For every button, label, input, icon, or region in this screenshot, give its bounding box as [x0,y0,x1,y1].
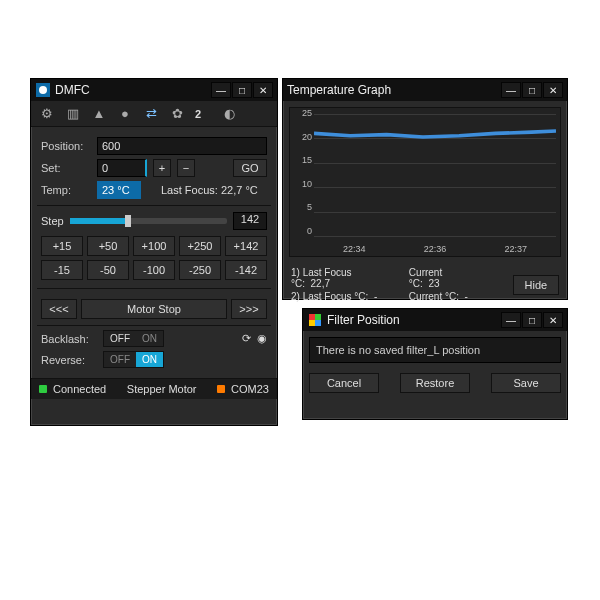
settings-icon[interactable]: ⚙ [39,106,55,122]
app-icon [35,82,51,98]
backlash-label: Backlash: [41,333,97,345]
close-button[interactable]: ✕ [253,82,273,98]
step-btn[interactable]: -142 [225,260,267,280]
temperature-chart: 25 20 15 10 5 0 22:34 22:36 22:37 [289,107,561,257]
circle-icon[interactable]: ● [117,106,133,122]
x-tick: 22:37 [504,244,527,254]
set-label: Set: [41,162,91,174]
svg-rect-3 [315,314,321,320]
step-btn[interactable]: +100 [133,236,175,256]
step-btn[interactable]: +50 [87,236,129,256]
status-bar: Connected Stepper Motor COM23 [31,378,277,399]
bell-icon[interactable]: ◉ [257,332,267,345]
titlebar: DMFC — □ ✕ [31,79,277,101]
temp-value: 23 °C [97,181,141,199]
y-tick: 5 [292,202,312,212]
window-title: Filter Position [327,313,400,327]
titlebar: Filter Position — □ ✕ [303,309,567,331]
go-button[interactable]: GO [233,159,267,177]
step-value: 142 [233,212,267,230]
titlebar: Temperature Graph — □ ✕ [283,79,567,101]
maximize-button[interactable]: □ [232,82,252,98]
motor-prev-button[interactable]: <<< [41,299,77,319]
svg-rect-5 [315,320,321,326]
status-port: COM23 [231,383,269,395]
y-tick: 0 [292,226,312,236]
gauge-icon[interactable]: ◐ [221,106,237,122]
motor-stop-button[interactable]: Motor Stop [81,299,227,319]
set-field[interactable] [97,159,147,177]
x-tick: 22:34 [343,244,366,254]
gear-icon[interactable]: ✿ [169,106,185,122]
svg-point-1 [39,86,47,94]
step-btn[interactable]: -250 [179,260,221,280]
x-tick: 22:36 [424,244,447,254]
temp-label: Temp: [41,184,91,196]
y-tick: 20 [292,132,312,142]
step-btn[interactable]: +142 [225,236,267,256]
y-tick: 10 [292,179,312,189]
svg-rect-2 [309,314,315,320]
swap-icon[interactable]: ⇄ [143,106,159,122]
port-dot-icon [217,385,225,393]
reverse-toggle[interactable]: OFFON [103,351,164,368]
status-dot-icon [39,385,47,393]
step-btn[interactable]: -50 [87,260,129,280]
maximize-button[interactable]: □ [522,82,542,98]
refresh-icon[interactable]: ⟳ [242,332,251,345]
filter-message: There is no saved filter_L position [309,337,561,363]
motor-next-button[interactable]: >>> [231,299,267,319]
restore-button[interactable]: Restore [400,373,470,393]
y-tick: 25 [292,108,312,118]
maximize-button[interactable]: □ [522,312,542,328]
minimize-button[interactable]: — [501,312,521,328]
graph-window: Temperature Graph — □ ✕ 25 20 15 10 5 0 [282,78,568,300]
save-button[interactable]: Save [491,373,561,393]
up-icon[interactable]: ▲ [91,106,107,122]
close-button[interactable]: ✕ [543,82,563,98]
minimize-button[interactable]: — [501,82,521,98]
position-label: Position: [41,140,91,152]
close-button[interactable]: ✕ [543,312,563,328]
step-btn[interactable]: +250 [179,236,221,256]
sliders-icon[interactable]: ▥ [65,106,81,122]
y-tick: 15 [292,155,312,165]
svg-rect-4 [309,320,315,326]
dmfc-window: DMFC — □ ✕ ⚙ ▥ ▲ ● ⇄ ✿ 2 ◐ Position: Set… [30,78,278,426]
set-inc-button[interactable]: + [153,159,171,177]
step-label: Step [41,215,64,227]
step-slider[interactable] [70,218,227,224]
window-title: DMFC [55,83,90,97]
status-connected: Connected [53,383,106,395]
last-focus-label: Last Focus: 22,7 °C [161,184,258,196]
filter-window: Filter Position — □ ✕ There is no saved … [302,308,568,420]
set-dec-button[interactable]: − [177,159,195,177]
step-button-grid: +15 +50 +100 +250 +142 -15 -50 -100 -250… [41,236,267,280]
toolbar: ⚙ ▥ ▲ ● ⇄ ✿ 2 ◐ [31,101,277,127]
step-btn[interactable]: -15 [41,260,83,280]
window-title: Temperature Graph [287,83,391,97]
reverse-label: Reverse: [41,354,97,366]
cancel-button[interactable]: Cancel [309,373,379,393]
step-btn[interactable]: -100 [133,260,175,280]
step-btn[interactable]: +15 [41,236,83,256]
status-motor: Stepper Motor [112,383,211,395]
toolbar-count: 2 [195,108,201,120]
minimize-button[interactable]: — [211,82,231,98]
backlash-toggle[interactable]: OFFON [103,330,164,347]
position-field[interactable] [97,137,267,155]
filter-icon [307,312,323,328]
